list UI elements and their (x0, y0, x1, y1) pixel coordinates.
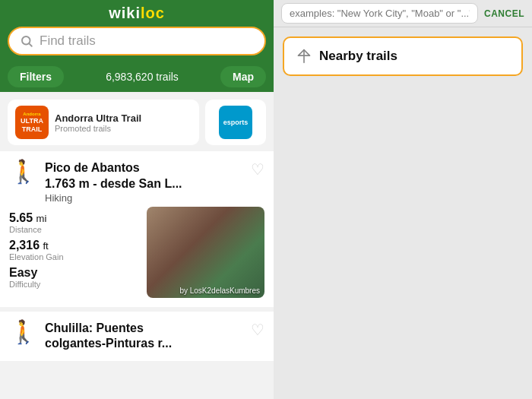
andorra-logo-text: Andorra ULTRA TRAIL (21, 112, 43, 134)
svg-line-1 (29, 43, 31, 46)
trail-count: 6,983,620 trails (71, 71, 213, 83)
map-button[interactable]: Map (220, 66, 266, 87)
distance-label: Distance (9, 225, 147, 234)
promoted-card-esports[interactable]: esports (205, 100, 266, 145)
trail-1-stats: 5.65 mi Distance 2,316 ft Elevation Gain… (9, 207, 147, 298)
favorite-icon-1[interactable]: ♡ (251, 160, 264, 179)
trail-card-1[interactable]: 🚶 Pico de Abantos 1.763 m - desde San L.… (0, 151, 274, 307)
toolbar: Filters 6,983,620 trails Map (0, 62, 274, 92)
nearby-label: Nearby trails (319, 49, 397, 64)
andorra-subtitle: Promoted trails (55, 124, 141, 133)
location-search-input[interactable] (281, 3, 478, 24)
app-header: wikiloc Find trails (0, 0, 274, 62)
difficulty-stat: Easy Difficulty (9, 266, 147, 289)
right-header: CANCEL (274, 0, 532, 27)
esports-label: esports (223, 119, 249, 126)
search-icon (20, 34, 33, 48)
trail-1-header: 🚶 Pico de Abantos 1.763 m - desde San L.… (9, 160, 264, 204)
trail-2-info: Chulilla: Puentes colgantes-Pinturas r..… (45, 321, 243, 353)
andorra-title: Andorra Ultra Trail (55, 112, 141, 124)
andorra-logo: Andorra ULTRA TRAIL (15, 106, 49, 139)
filters-button[interactable]: Filters (8, 66, 64, 87)
trail-1-subtitle: 1.763 m - desde San L... (45, 176, 243, 192)
elevation-stat: 2,316 ft Elevation Gain (9, 239, 147, 261)
trail-card-2[interactable]: 🚶 Chulilla: Puentes colgantes-Pinturas r… (0, 312, 274, 362)
app-logo: wikiloc (109, 5, 165, 22)
trail-1-details: 5.65 mi Distance 2,316 ft Elevation Gain… (9, 207, 264, 298)
andorra-info: Andorra Ultra Trail Promoted trails (55, 112, 141, 133)
favorite-icon-2[interactable]: ♡ (251, 321, 264, 339)
logo-wiki: wiki (109, 5, 141, 21)
location-icon (296, 49, 312, 64)
elevation-value: 2,316 ft (9, 239, 147, 252)
trail-1-photo: by LosK2delasKumbres (147, 207, 264, 298)
search-bar[interactable]: Find trails (8, 27, 266, 55)
elevation-label: Elevation Gain (9, 252, 147, 261)
trail-1-type: Hiking (45, 192, 243, 204)
hiker-icon-1: 🚶 (9, 160, 37, 183)
promoted-card-andorra[interactable]: Andorra ULTRA TRAIL Andorra Ultra Trail … (8, 100, 199, 145)
difficulty-value: Easy (9, 266, 147, 280)
photo-credit: by LosK2delasKumbres (179, 287, 260, 295)
right-panel: CANCEL Nearby trails (274, 0, 532, 399)
cancel-button[interactable]: CANCEL (484, 8, 524, 19)
distance-stat: 5.65 mi Distance (9, 211, 147, 234)
photo-image (147, 207, 264, 298)
trail-1-info: Pico de Abantos 1.763 m - desde San L...… (45, 160, 243, 204)
hiker-icon-2: 🚶 (9, 321, 37, 344)
logo-row: wikiloc (8, 0, 266, 27)
promoted-row: Andorra ULTRA TRAIL Andorra Ultra Trail … (0, 92, 274, 151)
main-content[interactable]: Andorra ULTRA TRAIL Andorra Ultra Trail … (0, 92, 274, 399)
left-panel: wikiloc Find trails Filters 6,983,620 tr… (0, 0, 274, 399)
trail-1-title: Pico de Abantos (45, 160, 243, 176)
esports-logo: esports (219, 106, 252, 139)
trail-2-subtitle: colgantes-Pinturas r... (45, 336, 243, 352)
logo-loc: loc (141, 5, 165, 21)
difficulty-label: Difficulty (9, 280, 147, 289)
distance-value: 5.65 mi (9, 211, 147, 225)
right-empty-content (274, 85, 532, 399)
search-placeholder-text: Find trails (40, 33, 96, 49)
trail-2-title: Chulilla: Puentes (45, 321, 243, 337)
nearby-card[interactable]: Nearby trails (283, 36, 523, 76)
